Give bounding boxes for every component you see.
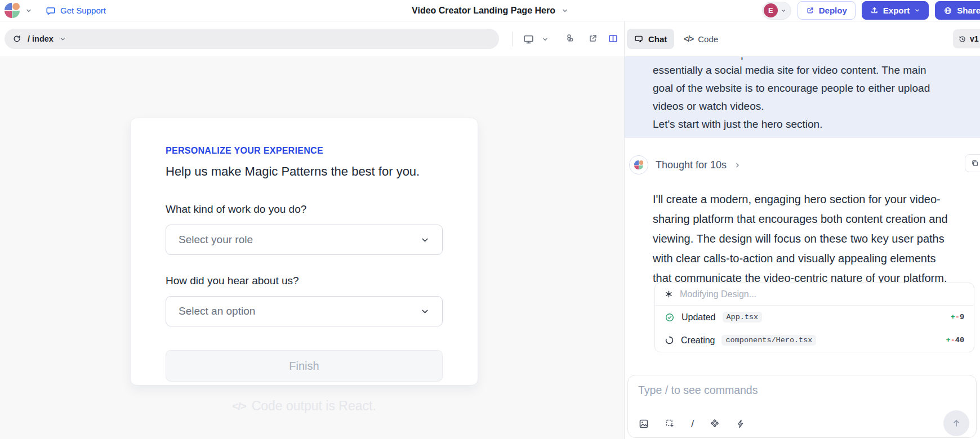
select-element-icon[interactable] xyxy=(665,418,676,429)
diff-plus: + xyxy=(946,336,951,344)
external-link-icon xyxy=(806,6,814,15)
diff-count: 40 xyxy=(955,336,964,344)
viewport-monitor-icon[interactable] xyxy=(523,33,534,45)
history-icon xyxy=(958,35,966,43)
diff-counts: + - 9 xyxy=(951,313,964,321)
attach-image-icon[interactable] xyxy=(638,418,649,429)
card-headline: Help us make Magic Patterns the best for… xyxy=(166,163,443,180)
export-label: Export xyxy=(883,6,910,15)
magic-patterns-logo-icon xyxy=(634,160,643,169)
task-row: Updated App.tsx + - 9 xyxy=(655,306,974,329)
diff-minus: - xyxy=(951,336,955,344)
deploy-button[interactable]: Deploy xyxy=(798,1,856,20)
chevron-right-icon xyxy=(734,162,741,169)
brand-menu[interactable] xyxy=(5,3,32,19)
assistant-message-line: sharing platform that encourages both co… xyxy=(653,209,948,229)
file-chip: components/Hero.tsx xyxy=(721,335,816,346)
header-actions: E Deploy Export xyxy=(762,1,980,20)
assistant-message-line: with clear calls-to-action and visually … xyxy=(653,249,948,268)
arrow-up-icon xyxy=(951,418,961,428)
tab-chat[interactable]: Chat xyxy=(627,29,674,49)
thought-label: Thought for 10s xyxy=(656,159,727,171)
diff-plus: + xyxy=(951,313,955,321)
chat-tab-label: Chat xyxy=(648,34,667,44)
check-circle-icon xyxy=(665,312,675,322)
send-button[interactable] xyxy=(943,410,969,436)
code-icon: </> xyxy=(232,400,246,413)
address-bar[interactable]: / index xyxy=(5,29,499,49)
tab-code[interactable]: </> Code xyxy=(684,29,718,49)
copy-message-button[interactable] xyxy=(965,154,980,172)
chat-bubble-icon xyxy=(46,6,56,16)
thought-toggle[interactable]: Thought for 10s xyxy=(629,155,741,174)
app-window: Get Support Video Creator Landing Page H… xyxy=(0,0,980,439)
file-chip: App.tsx xyxy=(723,312,763,322)
top-header: Get Support Video Creator Landing Page H… xyxy=(0,0,980,21)
components-icon[interactable] xyxy=(709,418,720,429)
chevron-down-icon xyxy=(562,7,568,14)
chevron-down-icon xyxy=(914,7,920,14)
chat-input-toolbar: / xyxy=(638,418,746,430)
question-hear-label: How did you hear about us? xyxy=(166,274,443,288)
role-select[interactable]: Select your role xyxy=(166,225,443,255)
assistant-avatar xyxy=(629,155,648,174)
get-support-link[interactable]: Get Support xyxy=(46,6,106,16)
slash-command-icon[interactable]: / xyxy=(691,418,694,430)
account-menu[interactable]: E xyxy=(762,2,791,20)
chevron-down-icon[interactable] xyxy=(25,7,32,14)
chevron-down-icon[interactable] xyxy=(60,36,66,42)
chat-input[interactable]: Type / to see commands / xyxy=(627,375,977,438)
chevron-down-icon[interactable] xyxy=(542,36,549,43)
get-support-label: Get Support xyxy=(60,6,106,15)
code-tab-label: Code xyxy=(698,34,718,44)
assistant-message: I'll create a modern, engaging hero sect… xyxy=(653,190,948,288)
preview-canvas: PERSONALIZE YOUR EXPERIENCE Help us make… xyxy=(0,56,624,439)
sparkle-icon xyxy=(665,290,673,298)
magic-patterns-logo-icon xyxy=(5,3,20,19)
hear-about-select[interactable]: Select an option xyxy=(166,296,443,326)
chevron-down-icon xyxy=(420,235,430,245)
share-button[interactable]: Share xyxy=(935,1,980,20)
task-header: Modifying Design... xyxy=(655,283,974,305)
assistant-message-line: viewing. The design will focus on these … xyxy=(653,229,948,249)
version-label: v1 xyxy=(970,34,979,43)
finish-button[interactable]: Finish xyxy=(166,350,443,382)
spinner-icon xyxy=(665,335,674,345)
user-message-clipped-line: that lets creators upload and share thei… xyxy=(653,57,980,61)
avatar: E xyxy=(764,3,778,17)
onboarding-card: PERSONALIZE YOUR EXPERIENCE Help us make… xyxy=(130,118,478,386)
user-message-line: essentially a social media site for vide… xyxy=(653,61,980,79)
deploy-label: Deploy xyxy=(819,6,847,15)
split-panel-icon[interactable] xyxy=(608,33,618,44)
upload-icon xyxy=(870,6,879,15)
code-output-watermark: </> Code output is React. xyxy=(130,398,478,414)
task-action: Updated xyxy=(681,312,716,322)
figma-icon[interactable] xyxy=(564,33,575,44)
share-label: Share xyxy=(957,6,980,15)
card-eyebrow: PERSONALIZE YOUR EXPERIENCE xyxy=(166,145,443,156)
diff-count: 9 xyxy=(960,313,964,321)
assistant-message-line: I'll create a modern, engaging hero sect… xyxy=(653,190,948,209)
hear-about-placeholder: Select an option xyxy=(179,305,255,317)
user-message-bubble: that lets creators upload and share thei… xyxy=(625,56,980,138)
chat-bubble-icon xyxy=(634,34,644,44)
refresh-icon[interactable] xyxy=(12,34,21,43)
open-in-new-icon[interactable] xyxy=(588,33,598,43)
page-title: Video Creator Landing Page Hero xyxy=(412,6,555,16)
user-message-line: Let's start with just the hero section. xyxy=(653,115,980,133)
task-row: Creating components/Hero.tsx + - 40 xyxy=(655,329,974,352)
watermark-text: Code output is React. xyxy=(252,398,376,414)
diff-counts: + - 40 xyxy=(946,336,964,344)
user-message-line: videos or watch videos. xyxy=(653,97,980,115)
route-path[interactable]: / index xyxy=(28,34,54,43)
task-header-label: Modifying Design... xyxy=(680,289,756,299)
export-button[interactable]: Export xyxy=(862,1,929,20)
chevron-down-icon xyxy=(420,307,430,316)
chat-input-placeholder: Type / to see commands xyxy=(638,384,758,397)
user-message-line: goal of the website is to encourage peop… xyxy=(653,79,980,97)
version-dropdown[interactable]: v1 xyxy=(953,29,980,48)
toolbar-divider xyxy=(512,32,513,46)
project-title-dropdown[interactable]: Video Creator Landing Page Hero xyxy=(412,0,568,21)
lightning-icon[interactable] xyxy=(736,419,746,429)
task-action: Creating xyxy=(681,335,715,346)
